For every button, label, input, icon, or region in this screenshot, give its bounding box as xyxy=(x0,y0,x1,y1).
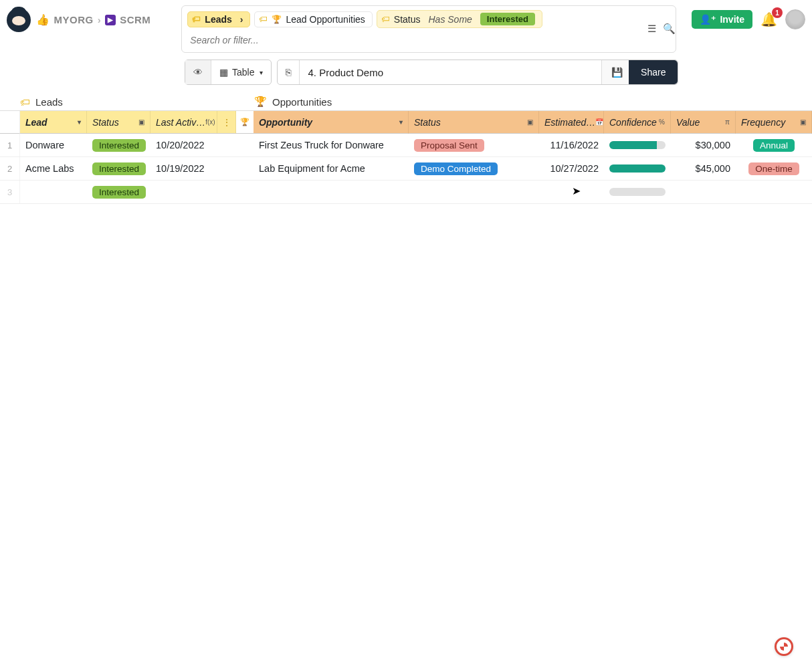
col-lead[interactable]: Lead ▾ xyxy=(20,111,87,134)
cell-spacer xyxy=(217,181,236,203)
filter-predicate: Has Some xyxy=(429,14,472,25)
col-opportunity[interactable]: Opportunity ▾ xyxy=(253,111,409,134)
share-label: Share xyxy=(641,67,666,78)
cell-lead-status[interactable]: Interested xyxy=(87,181,150,203)
cell-estimated[interactable]: 11/16/2022 xyxy=(539,134,604,156)
filter-value-pill: Interested xyxy=(480,13,535,25)
status-pill: Interested xyxy=(92,162,146,175)
col-last-activity[interactable]: Last Activ… f(x) xyxy=(150,111,217,134)
plus-icon: ⋮ xyxy=(222,117,231,128)
view-switch-button[interactable]: ⎘ xyxy=(278,60,300,84)
notifications-button[interactable]: 🔔 1 xyxy=(760,11,777,27)
cell-frequency[interactable] xyxy=(736,181,812,203)
cell-frequency[interactable]: Annual xyxy=(736,134,812,156)
row-number: 3 xyxy=(0,181,20,203)
chip-relation-label: Lead Opportunities xyxy=(286,14,365,25)
col-confidence[interactable]: Confidence % xyxy=(604,111,671,134)
cell-estimated[interactable]: 10/27/2022 xyxy=(539,157,604,180)
col-lead-status[interactable]: Status ▣ xyxy=(87,111,150,134)
app-logo[interactable] xyxy=(7,8,31,32)
cell-spacer xyxy=(236,134,253,156)
view-mode-selector[interactable]: ▦ Table ▾ xyxy=(211,60,271,84)
cell-lead-status[interactable]: Interested xyxy=(87,134,150,156)
notification-badge: 1 xyxy=(772,7,783,18)
status-pill: Interested xyxy=(92,139,146,152)
chevron-right-icon: › xyxy=(240,14,243,25)
add-lead-column-button[interactable]: ⋮ xyxy=(217,111,236,134)
cell-spacer xyxy=(217,134,236,156)
help-button[interactable] xyxy=(775,637,793,656)
view-mode-label: Table xyxy=(232,67,254,78)
cell-spacer xyxy=(236,181,253,203)
columns-icon[interactable]: ☰ xyxy=(647,23,656,35)
table-row[interactable]: 1DonwareInterested10/20/2022First Zeus T… xyxy=(0,134,812,157)
cell-confidence[interactable] xyxy=(604,157,671,180)
trophy-icon: 🏆 xyxy=(272,15,282,24)
col-confidence-label: Confidence xyxy=(609,117,657,128)
cell-last-activity[interactable]: 10/19/2022 xyxy=(150,157,217,180)
frequency-pill: One-time xyxy=(748,162,799,175)
col-value-label: Value xyxy=(676,117,700,128)
thumbs-up-icon: 👍 xyxy=(36,13,50,26)
breadcrumb-org[interactable]: MYORG xyxy=(54,14,94,25)
cell-opp-status[interactable]: Demo Completed xyxy=(409,157,539,180)
cell-opportunity[interactable] xyxy=(253,181,409,203)
chip-relation[interactable]: 🏷 🏆 Lead Opportunities xyxy=(254,11,372,27)
confidence-bar xyxy=(609,164,666,173)
frequency-pill: Annual xyxy=(753,139,795,152)
breadcrumb-workspace[interactable]: SCRM xyxy=(120,14,150,25)
status-pill: Interested xyxy=(92,186,146,199)
eye-icon: 👁 xyxy=(193,67,203,78)
cell-opp-status[interactable]: Proposal Sent xyxy=(409,134,539,156)
cell-confidence[interactable] xyxy=(604,181,671,203)
cell-lead[interactable]: Acme Labs xyxy=(20,157,87,180)
cell-opportunity[interactable]: Lab Equipment for Acme xyxy=(253,157,409,180)
relation-join-indicator[interactable]: 🏆 xyxy=(236,111,253,134)
chip-root-entity[interactable]: 🏷 Leads › xyxy=(187,11,250,27)
status-pill: Proposal Sent xyxy=(414,139,484,152)
cell-value[interactable]: $30,000 xyxy=(671,134,736,156)
workspace-icon: ▶ xyxy=(105,15,116,25)
cell-opp-status[interactable] xyxy=(409,181,539,203)
visibility-button[interactable]: 👁 xyxy=(185,60,211,84)
cell-last-activity[interactable] xyxy=(150,181,217,203)
col-frequency-label: Frequency xyxy=(741,117,785,128)
cell-value[interactable] xyxy=(671,181,736,203)
col-frequency[interactable]: Frequency ▣ xyxy=(736,111,812,134)
percent-icon: % xyxy=(659,118,665,126)
section-leads-label: Leads xyxy=(35,96,63,108)
col-estimated[interactable]: Estimated… 📅 xyxy=(539,111,604,134)
share-button[interactable]: Share xyxy=(629,60,678,84)
invite-button[interactable]: 👤⁺ Invite xyxy=(692,10,752,29)
filter-field: Status xyxy=(394,14,421,25)
filter-box: 🏷 Leads › 🏷 🏆 Lead Opportunities 🏷 Statu… xyxy=(181,5,676,53)
search-icon[interactable]: 🔍 xyxy=(663,23,676,35)
view-name[interactable]: 4. Product Demo xyxy=(300,60,601,84)
cell-last-activity[interactable]: 10/20/2022 xyxy=(150,134,217,156)
table-row[interactable]: 3Interested xyxy=(0,181,812,204)
col-opp-status[interactable]: Status ▣ xyxy=(409,111,539,134)
trophy-icon: 🏆 xyxy=(240,118,249,126)
cell-value[interactable]: $45,000 xyxy=(671,157,736,180)
confidence-bar xyxy=(609,188,666,196)
save-view-button[interactable]: 💾 xyxy=(601,60,632,84)
table-icon: ▦ xyxy=(219,67,228,78)
cell-frequency[interactable]: One-time xyxy=(736,157,812,180)
chip-root-label: Leads xyxy=(205,14,231,25)
cell-opportunity[interactable]: First Zeus Truck for Donware xyxy=(253,134,409,156)
section-opps-label: Opportunities xyxy=(272,96,332,108)
cell-lead-status[interactable]: Interested xyxy=(87,157,150,180)
chip-filter-condition[interactable]: 🏷 Status Has Some Interested xyxy=(377,10,542,28)
search-input[interactable] xyxy=(187,28,670,48)
cell-lead[interactable] xyxy=(20,181,87,203)
caret-down-icon: ▾ xyxy=(399,118,403,126)
save-icon: 💾 xyxy=(611,67,623,78)
mouse-cursor: ➤ xyxy=(572,185,581,197)
table-row[interactable]: 2Acme LabsInterested10/19/2022Lab Equipm… xyxy=(0,157,812,181)
col-value[interactable]: Value π xyxy=(671,111,736,134)
cell-lead[interactable]: Donware xyxy=(20,134,87,156)
user-avatar[interactable] xyxy=(785,9,805,29)
cell-confidence[interactable] xyxy=(604,134,671,156)
trophy-icon: 🏆 xyxy=(254,96,267,108)
breadcrumb: 👍 MYORG › ▶ SCRM xyxy=(36,13,150,26)
